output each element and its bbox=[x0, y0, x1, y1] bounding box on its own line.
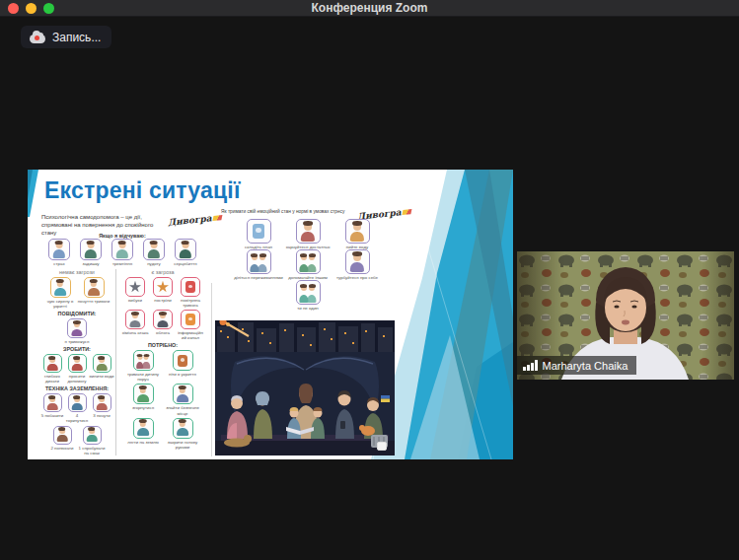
picto-card bbox=[133, 418, 154, 439]
pictogram-person-icon bbox=[94, 355, 111, 372]
picto-label: піти в укриття bbox=[163, 372, 202, 377]
picto-label: тримати дитину поруч bbox=[123, 372, 163, 382]
picto-cell: задишку bbox=[75, 239, 107, 266]
pictogram-person-icon bbox=[134, 385, 153, 403]
picto-card bbox=[43, 354, 62, 373]
picto-card bbox=[43, 393, 62, 412]
picto-label: ти не один bbox=[283, 306, 333, 311]
macos-titlebar: Конференция Zoom bbox=[0, 0, 739, 17]
picto-card bbox=[68, 354, 87, 373]
section-header-no-threat: немає загрози bbox=[39, 269, 114, 275]
picto-card bbox=[133, 384, 154, 404]
picto-card bbox=[80, 239, 102, 260]
pictogram-obj-icon bbox=[248, 220, 270, 243]
picto-card bbox=[173, 384, 193, 404]
no-threat-column: немає загрози чую сирену в укриттіпочутт… bbox=[39, 269, 114, 455]
picto-card bbox=[93, 393, 111, 412]
picto-cell: постріли bbox=[149, 277, 177, 303]
picto-card bbox=[153, 310, 173, 329]
section-header-todo: ЗРОБИТИ: bbox=[39, 346, 114, 352]
picto-cell: чую сирену в укритті bbox=[43, 277, 77, 309]
illustration-watermark bbox=[377, 442, 387, 451]
picto-card bbox=[111, 239, 133, 260]
picto-label: знайти безпечне місце bbox=[163, 405, 202, 415]
pictogram-person-icon bbox=[44, 394, 61, 411]
picto-label: почуття тривоги bbox=[77, 299, 111, 304]
pictogram-person-icon bbox=[346, 220, 369, 243]
picto-label: тремтіння bbox=[107, 261, 138, 266]
picto-label: постріли bbox=[149, 298, 177, 303]
picto-label: просити допомогу bbox=[65, 374, 90, 384]
picto-cell: 5 побачити bbox=[40, 393, 65, 418]
picto-cell: 4 торкнутися bbox=[65, 393, 90, 423]
picto-cell: вибухи bbox=[121, 277, 149, 303]
picto-label: 3 почути bbox=[90, 413, 114, 418]
picto-cell: згорнутися bbox=[123, 384, 163, 410]
pictogram-person-icon bbox=[68, 319, 86, 337]
feelings-card-row: страхзадишкутремтіннянудотусерцебиття bbox=[39, 239, 205, 266]
picto-cell: закрити голову руками bbox=[163, 418, 202, 450]
picto-label: хімічна атака bbox=[121, 330, 149, 335]
wellbeing-cards-row3: ти не один bbox=[221, 280, 395, 311]
picto-card bbox=[345, 219, 370, 244]
pictogram-person-icon bbox=[176, 240, 195, 259]
picto-card bbox=[125, 277, 145, 297]
pictogram-person-icon bbox=[85, 278, 104, 297]
picto-cell: складіть план bbox=[234, 219, 283, 249]
connection-signal-icon bbox=[523, 360, 538, 371]
pictogram-people-icon bbox=[297, 281, 320, 304]
picto-cell: хімічна атака bbox=[121, 310, 149, 335]
picto-label: задишку bbox=[75, 261, 107, 266]
pictogram-person-icon bbox=[49, 240, 69, 259]
wellbeing-cards-row2: діліться переживаннямидопомагайте іншимт… bbox=[221, 249, 395, 280]
picto-card bbox=[181, 277, 200, 297]
zoom-meeting-window: Конференция Zoom Запись... Екстрені ситу… bbox=[0, 0, 739, 560]
picto-card bbox=[296, 280, 321, 305]
pictogram-person-icon bbox=[174, 419, 192, 438]
pictogram-person-icon bbox=[144, 240, 164, 259]
shelter-illustration bbox=[215, 320, 395, 455]
pictogram-person-icon bbox=[81, 240, 101, 259]
picto-label: 1 спробувати на смак bbox=[77, 446, 107, 455]
no-threat-cards: чую сирену в укриттіпочуття тривоги bbox=[39, 277, 114, 309]
pictogram-person-icon bbox=[51, 278, 70, 297]
picto-card bbox=[53, 426, 72, 445]
picto-cell: серцебиття bbox=[170, 239, 201, 266]
self-help-panel: Якщо я відчуваю: страхзадишкутремтінняну… bbox=[39, 233, 205, 455]
needed-cards-row2: згорнутисязнайти безпечне місце bbox=[121, 384, 204, 415]
picto-card bbox=[247, 219, 271, 244]
picto-cell: повітряна тривога bbox=[177, 277, 204, 308]
picto-card bbox=[153, 277, 173, 297]
picto-card bbox=[133, 350, 154, 371]
picto-cell: страх bbox=[43, 239, 75, 266]
picto-cell: 1 спробувати на смак bbox=[77, 426, 107, 455]
picto-label: чую сирену в укритті bbox=[43, 299, 77, 309]
pictogram-person-icon bbox=[297, 220, 320, 243]
participant-name-tag: Marharyta Chaika bbox=[517, 356, 636, 375]
grounding-cards-row2: 2 понюхати1 спробувати на смак bbox=[39, 426, 114, 455]
picto-label: інформаційний канал bbox=[177, 330, 204, 340]
recording-indicator[interactable]: Запись... bbox=[21, 26, 111, 48]
pictogram-person-icon bbox=[69, 355, 86, 372]
wellbeing-panel: Як тримати свій емоційний стан у нормі в… bbox=[221, 209, 395, 311]
picto-card bbox=[48, 239, 70, 260]
picto-label: 4 торкнутися bbox=[65, 413, 90, 423]
picto-card bbox=[296, 249, 321, 274]
picto-cell: 3 почути bbox=[90, 393, 114, 418]
threat-branch: немає загрози чую сирену в укриттіпочутт… bbox=[39, 269, 205, 455]
picto-label: облога bbox=[149, 330, 177, 335]
threat-cards-row2: хімічна атакаоблогаінформаційний канал bbox=[121, 310, 204, 340]
picto-cell: я тривожуся bbox=[60, 318, 94, 344]
participant-video-tile[interactable]: Marharyta Chaika bbox=[517, 251, 734, 380]
cloud-recording-icon bbox=[30, 35, 45, 43]
picto-cell: глибоко дихати bbox=[40, 354, 65, 384]
picto-cell: почуття тривоги bbox=[77, 277, 111, 304]
picto-card bbox=[143, 239, 165, 260]
picto-cell: ти не один bbox=[283, 280, 333, 311]
section-header-threat: є загроза bbox=[121, 269, 204, 275]
picto-label: випити води bbox=[90, 374, 114, 379]
picto-card bbox=[175, 239, 196, 260]
picto-cell: знайти безпечне місце bbox=[163, 384, 202, 415]
picto-label: 2 понюхати bbox=[47, 446, 77, 451]
pictogram-person-icon bbox=[44, 355, 61, 372]
